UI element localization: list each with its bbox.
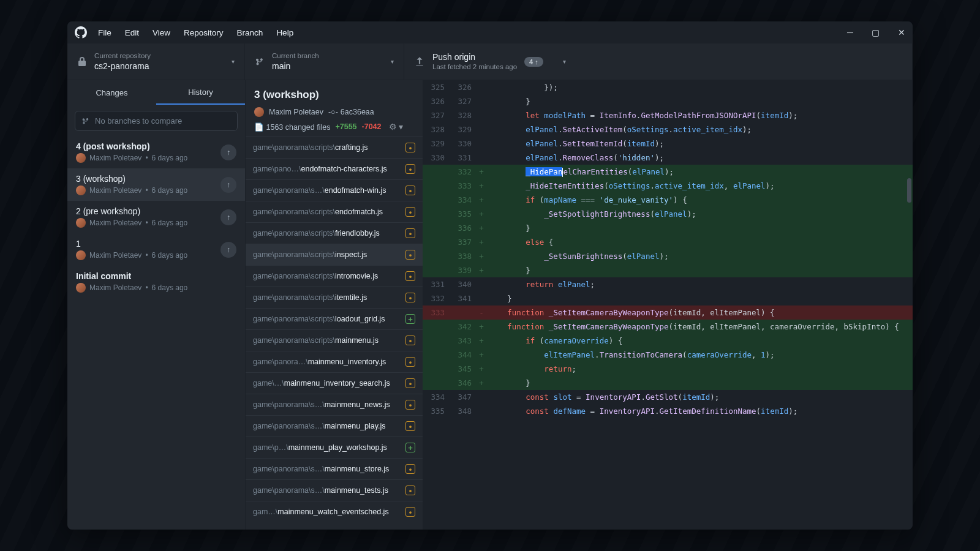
diff-line[interactable]: 332341 } [423,291,913,305]
code-content: } [486,97,913,106]
diff-line[interactable]: 333+ _HideItemEntities(oSettings.active_… [423,179,913,193]
diff-line[interactable]: 335348 const defName = InventoryAPI.GetI… [423,404,913,418]
diff-marker: + [477,336,486,345]
diff-line[interactable]: 332+ _HidePanelCharEntities(elPanel); [423,165,913,179]
diff-line[interactable]: 342+ function _SetItemCameraByWeaponType… [423,320,913,334]
menu-view[interactable]: View [153,28,170,37]
menu-repository[interactable]: Repository [184,28,224,37]
window-controls: ─ ▢ ✕ [847,28,905,37]
diff-line[interactable]: 335+ _SetSpotlightBrightness(elPanel); [423,207,913,221]
diff-line[interactable]: 344+ elItemPanel.TransitionToCamera(came… [423,348,913,362]
file-row[interactable]: game\panorama\scripts\mainmenu.js • [246,329,423,351]
diff-marker: - [477,308,486,317]
diff-line[interactable]: 343+ if (cameraOverride) { [423,334,913,348]
commit-item[interactable]: 4 (post workshop) Maxim Poletaev • 6 day… [67,136,245,168]
changed-files-count: 📄 1563 changed files [254,122,330,132]
menu-file[interactable]: File [98,28,111,37]
code-content: _SetSunBrightness(elPanel); [486,252,913,261]
code-content: function _SetItemCameraByWeaponType(item… [486,308,913,317]
file-row[interactable]: game\panora…\mainmenu_inventory.js • [246,351,423,372]
file-status-icon: • [405,421,415,431]
commit-item-title: 4 (post workshop) [76,141,236,151]
code-content: _HidePanelCharEntities(elPanel); [486,167,913,177]
file-row[interactable]: game\…\mainmenu_inventory_search.js • [246,372,423,394]
diff-line[interactable]: 334347 const slot = InventoryAPI.GetSlot… [423,390,913,404]
close-button[interactable]: ✕ [898,28,905,37]
tab-changes[interactable]: Changes [67,80,156,105]
diff-line[interactable]: 334+ if (mapName === 'de_nuke_vanity') { [423,193,913,207]
maximize-button[interactable]: ▢ [872,28,880,37]
diff-line[interactable]: 329330 elPanel.SetItemItemId(itemId); [423,137,913,151]
file-status-icon: • [405,485,415,495]
diff-line[interactable]: 326327 } [423,94,913,108]
new-line-number: 326 [450,83,477,92]
file-row[interactable]: game\pano…\endofmatch-characters.js • [246,158,423,179]
file-row[interactable]: game\panorama\s…\mainmenu_news.js • [246,394,423,415]
repo-selector[interactable]: Current repository cs2-panorama ▾ [67,43,245,80]
diff-line[interactable]: 327328 let modelPath = ItemInfo.GetModel… [423,108,913,122]
diff-line[interactable]: 333- function _SetItemCameraByWeaponType… [423,305,913,320]
file-row[interactable]: game\panorama\scripts\crafting.js • [246,137,423,158]
branch-selector[interactable]: Current branch main ▾ [245,43,404,80]
commit-item[interactable]: 3 (workshop) Maxim Poletaev • 6 days ago… [67,168,245,201]
push-up-icon[interactable]: ↑ [221,177,236,193]
diff-line[interactable]: 346+ } [423,376,913,390]
code-content: let modelPath = ItemInfo.GetModelPathFro… [486,111,913,120]
diff-line[interactable]: 331340 return elPanel; [423,277,913,291]
commit-item-author: Maxim Poletaev [89,186,141,195]
push-up-icon[interactable]: ↑ [221,242,236,258]
file-row[interactable]: game\panorama\s…\mainmenu_tests.js • [246,479,423,501]
push-up-icon[interactable]: ↑ [221,144,236,160]
diff-view[interactable]: 325326 });326327 }327328 let modelPath =… [423,80,913,530]
file-row[interactable]: game\panorama\scripts\inspect.js • [246,244,423,265]
push-up-icon[interactable]: ↑ [221,209,236,225]
push-origin-button[interactable]: Push origin Last fetched 2 minutes ago 4… [404,43,913,80]
diff-line[interactable]: 325326 }); [423,80,913,94]
changed-files-list: game\panorama\scripts\crafting.js •game\… [246,137,423,530]
chevron-down-icon: ▾ [232,58,235,65]
diff-line[interactable]: 337+ else { [423,235,913,249]
commit-item[interactable]: 2 (pre workshop) Maxim Poletaev • 6 days… [67,201,245,233]
diff-line[interactable]: 338+ _SetSunBrightness(elPanel); [423,249,913,263]
tab-history[interactable]: History [156,80,245,105]
diff-line[interactable]: 345+ return; [423,362,913,376]
old-line-number: 332 [423,294,450,303]
branch-icon [255,57,265,67]
push-up-icon [414,56,425,67]
file-row[interactable]: game\panorama\scripts\endofmatch.js • [246,201,423,222]
menu-help[interactable]: Help [276,28,293,37]
file-row[interactable]: game\panorama\scripts\itemtile.js • [246,287,423,308]
diff-marker: + [477,350,486,359]
file-row[interactable]: gam…\mainmenu_watch_eventsched.js • [246,501,423,522]
diff-marker: + [477,223,486,233]
file-row[interactable]: game\panorama\s…\endofmatch-win.js • [246,179,423,201]
diff-line[interactable]: 330331 elPanel.RemoveClass('hidden'); [423,151,913,165]
commit-item[interactable]: 1 Maxim Poletaev • 6 days ago ↑ [67,233,245,266]
diff-line[interactable]: 336+ } [423,221,913,235]
branch-compare-selector[interactable]: No branches to compare [75,111,238,131]
old-line-number: 330 [423,153,450,162]
menu-edit[interactable]: Edit [125,28,139,37]
code-content: function _SetItemCameraByWeaponType(item… [486,322,913,331]
file-row[interactable]: game\panorama\scripts\loadout_grid.js + [246,308,423,329]
new-line-number: 330 [450,139,477,148]
file-row[interactable]: game\panorama\s…\mainmenu_play.js • [246,415,423,437]
commit-item[interactable]: Initial commit Maxim Poletaev • 6 days a… [67,266,245,298]
file-row[interactable]: game\panorama\scripts\intromovie.js • [246,265,423,287]
scrollbar-thumb[interactable] [907,178,911,203]
file-row[interactable]: game\p…\mainmenu_play_workshop.js + [246,437,423,458]
author-avatar [76,250,86,260]
minimize-button[interactable]: ─ [847,28,853,37]
commit-sha: -○- 6ac36eaa [328,108,374,116]
compare-placeholder: No branches to compare [95,116,182,126]
gear-icon[interactable]: ⚙ ▾ [389,122,404,132]
file-row[interactable]: game\panorama\s…\mainmenu_store.js • [246,458,423,479]
commit-author: Maxim Poletaev [269,108,323,116]
commit-item-when: 6 days ago [152,154,188,162]
diff-line[interactable]: 339+ } [423,263,913,277]
file-row[interactable]: game\panorama\scripts\friendlobby.js • [246,222,423,244]
new-line-number: 336 [450,223,477,233]
old-line-number: 326 [423,97,450,106]
menu-branch[interactable]: Branch [237,28,263,37]
diff-line[interactable]: 328329 elPanel.SetActiveItem(oSettings.a… [423,122,913,137]
